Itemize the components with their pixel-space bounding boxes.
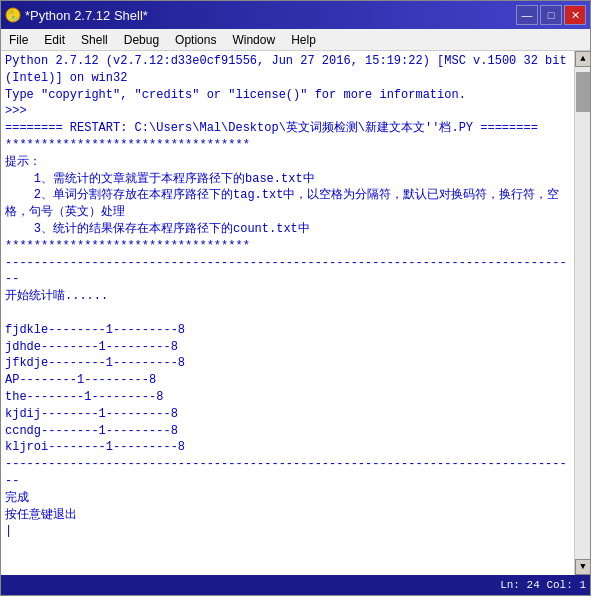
menu-debug[interactable]: Debug [116,31,167,49]
status-bar: Ln: 24 Col: 1 [1,575,590,595]
cursor [5,524,12,538]
menu-options[interactable]: Options [167,31,224,49]
menu-help[interactable]: Help [283,31,324,49]
menu-edit[interactable]: Edit [36,31,73,49]
main-window: 🐍 *Python 2.7.12 Shell* — □ ✕ File Edit … [0,0,591,596]
menu-shell[interactable]: Shell [73,31,116,49]
scrollbar-thumb[interactable] [576,72,590,112]
title-bar-left: 🐍 *Python 2.7.12 Shell* [5,7,148,23]
scrollbar[interactable]: ▲ ▼ [574,51,590,575]
title-bar-buttons: — □ ✕ [516,5,586,25]
scroll-down-button[interactable]: ▼ [575,559,590,575]
scroll-up-button[interactable]: ▲ [575,51,590,67]
menu-bar: File Edit Shell Debug Options Window Hel… [1,29,590,51]
scrollbar-track[interactable] [575,67,590,559]
terminal-output[interactable]: Python 2.7.12 (v2.7.12:d33e0cf91556, Jun… [1,51,574,575]
python-icon: 🐍 [5,7,21,23]
content-area: Python 2.7.12 (v2.7.12:d33e0cf91556, Jun… [1,51,590,575]
menu-file[interactable]: File [1,31,36,49]
minimize-button[interactable]: — [516,5,538,25]
svg-text:🐍: 🐍 [7,9,20,22]
maximize-button[interactable]: □ [540,5,562,25]
close-button[interactable]: ✕ [564,5,586,25]
window-title: *Python 2.7.12 Shell* [25,8,148,23]
menu-window[interactable]: Window [224,31,283,49]
status-text: Ln: 24 Col: 1 [500,579,586,591]
title-bar: 🐍 *Python 2.7.12 Shell* — □ ✕ [1,1,590,29]
